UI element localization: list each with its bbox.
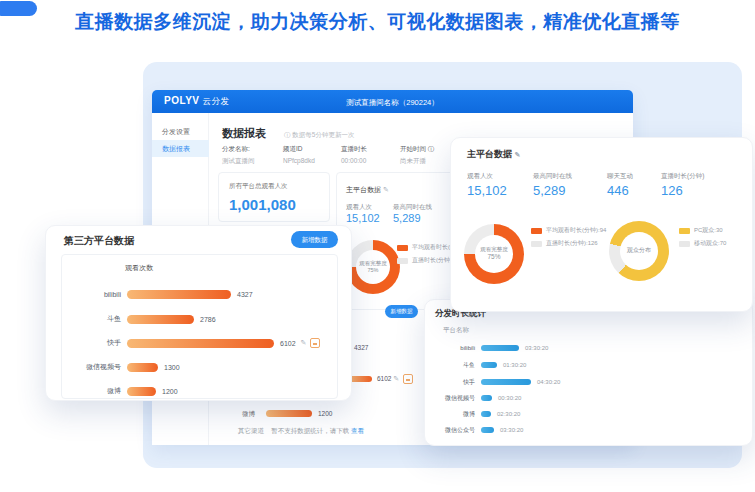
duration-card: 分发时长统计 平台名称 bilibili 03:30:20 斗鱼 01:30:2… — [424, 299, 753, 446]
edit-icon[interactable]: ✎ — [515, 151, 521, 158]
delete-icon[interactable] — [403, 374, 413, 384]
mini-stat-value: 15,102 — [346, 212, 380, 224]
stat-label: 直播时长(分钟) — [661, 172, 704, 181]
donut-center-text: 观看完整度75% — [464, 246, 524, 262]
donut-center-line1: 观看完整度 — [480, 246, 508, 252]
donut-center-text: 观看完整度75% — [346, 260, 400, 274]
legend-swatch — [531, 228, 542, 234]
mini-completion-donut: 观看完整度75% — [346, 240, 400, 294]
edit-icon[interactable]: ✎ — [301, 339, 307, 347]
duration-value: 04:30:20 — [537, 379, 560, 385]
download-link[interactable]: 查看 — [351, 427, 364, 434]
footer-note-text: 暂不支持数据统计，请下载 — [271, 427, 349, 434]
platform-label: 斗鱼 — [62, 314, 121, 324]
legend-swatch — [531, 241, 542, 247]
mini-stat-label: 最高同时在线 — [393, 203, 432, 212]
brand-name: POLYV — [164, 95, 199, 106]
duration-row: 微信视频号 00:30:20 — [431, 392, 521, 404]
duration-row: 斗鱼 01:30:20 — [431, 359, 526, 371]
views-value: 1300 — [164, 364, 180, 371]
legend-swatch — [679, 241, 690, 247]
headline: 直播数据多维沉淀，助力决策分析、可视化数据图表，精准优化直播等 — [0, 9, 755, 35]
views-value: 4327 — [237, 291, 253, 298]
views-bar — [127, 315, 194, 324]
duration-row: 快手 04:30:20 — [431, 376, 560, 388]
legend-label: 直播时长(分钟):126 — [546, 239, 598, 248]
views-chart-box: 观看次数 bilibili 4327 斗鱼 2786 快手 6102 ✎ 微信视… — [61, 254, 338, 399]
platform-label: 快手 — [62, 338, 121, 348]
duration-bar — [481, 379, 531, 385]
duration-bar — [481, 411, 491, 417]
chart-title: 观看次数 — [125, 263, 153, 273]
info-value: 尚未开播 — [400, 157, 434, 166]
completion-donut: 观看完整度75% — [464, 224, 524, 284]
views-value: 6102 — [280, 340, 296, 347]
chart-row: 微信视频号 1300 — [62, 361, 180, 373]
duration-value: 01:30:20 — [503, 362, 526, 368]
info-field: 分发名称: 测试直播间 — [222, 145, 255, 166]
legend-swatch — [397, 245, 408, 251]
chart-row: 斗鱼 2786 — [62, 313, 216, 325]
sidebar-item-data-report[interactable]: 数据报表 — [152, 140, 209, 157]
delete-icon[interactable] — [310, 338, 320, 348]
third-party-card-title: 第三方平台数据 — [64, 234, 134, 248]
edit-icon[interactable]: ✎ — [383, 186, 389, 193]
info-label: 频道ID — [283, 145, 315, 154]
info-field: 频道ID NPfcp8dkd — [283, 145, 315, 164]
chart-row: bilibili 4327 — [62, 288, 253, 300]
legend-item: 移动观众:70 — [679, 239, 726, 248]
background-bar-value: 4327 — [354, 344, 368, 351]
stat-label: 观看人次 — [467, 172, 493, 181]
column-header: 平台名称 — [443, 326, 469, 335]
stat-value: 5,289 — [533, 183, 566, 198]
stat-value: 446 — [607, 183, 629, 198]
donut-center-line2: 75% — [487, 253, 500, 260]
page-subtitle: ⓘ 数据每5分钟更新一次 — [284, 131, 354, 140]
duration-bar — [481, 427, 494, 433]
platform-label: 微博 — [62, 386, 121, 396]
platform-card-title: 主平台数据 ✎ — [467, 148, 520, 161]
legend-item: 平均观看时长(分钟):94 — [531, 226, 606, 235]
weibo-row-label: 微博 — [242, 410, 255, 419]
duration-value: 03:30:20 — [525, 345, 548, 351]
edit-icon[interactable]: ✎ — [393, 375, 399, 382]
chart-row: 微博 1200 — [62, 385, 178, 397]
duration-bar — [481, 395, 492, 401]
info-field: 直播时长 00:00:00 — [341, 145, 367, 164]
views-bar — [127, 363, 158, 372]
stat-label: 最高同时在线 — [533, 172, 572, 181]
total-views-box: 所有平台总观看人次 1,001,080 — [218, 172, 330, 222]
legend-label: 平均观看时长(分钟):94 — [546, 226, 606, 235]
stat-value: 15,102 — [467, 183, 507, 198]
stat-label: 聊天互动 — [607, 172, 633, 181]
background-bar-row: 6102 ✎ — [377, 374, 413, 384]
weibo-row-value: 1200 — [318, 410, 332, 417]
mini-platform-title-text: 主平台数据 — [346, 186, 381, 193]
window-header: 测试直播间名称（290224） POLYV云分发 — [152, 90, 633, 113]
platform-label: 斗鱼 — [431, 361, 475, 370]
donut-center-text: 观众分布 — [609, 247, 669, 255]
footer-note-label: 其它渠道 — [238, 427, 264, 434]
mini-stat-label: 观看人次 — [346, 203, 372, 212]
views-bar — [127, 290, 231, 299]
sidebar-item-distribution-settings[interactable]: 分发设置 — [152, 123, 209, 140]
legend-swatch — [397, 258, 408, 264]
add-data-button[interactable]: 新增数据 — [291, 231, 338, 248]
views-value: 1200 — [162, 388, 178, 395]
stat-value: 126 — [661, 183, 683, 198]
info-field: 开始时间 ⓘ 尚未开播 — [400, 145, 434, 166]
legend-item: PC观众:30 — [679, 226, 723, 235]
platform-card-title-text: 主平台数据 — [467, 149, 512, 159]
page-title: 数据报表 — [222, 126, 266, 141]
info-value: 测试直播间 — [222, 157, 255, 166]
platform-label: bilibili — [62, 291, 121, 298]
page: 直播数据多维沉淀，助力决策分析、可视化数据图表，精准优化直播等 测试直播间名称（… — [0, 0, 755, 492]
add-data-button[interactable]: 新增数据 — [385, 305, 418, 318]
info-label: 直播时长 — [341, 145, 367, 154]
platform-label: 微信视频号 — [431, 394, 475, 403]
mini-stat-value: 5,289 — [393, 212, 421, 224]
platform-label: 微信视频号 — [62, 362, 121, 372]
duration-row: bilibili 03:30:20 — [431, 342, 548, 354]
info-value: NPfcp8dkd — [283, 157, 315, 164]
duration-row: 微博 02:30:20 — [431, 408, 520, 420]
